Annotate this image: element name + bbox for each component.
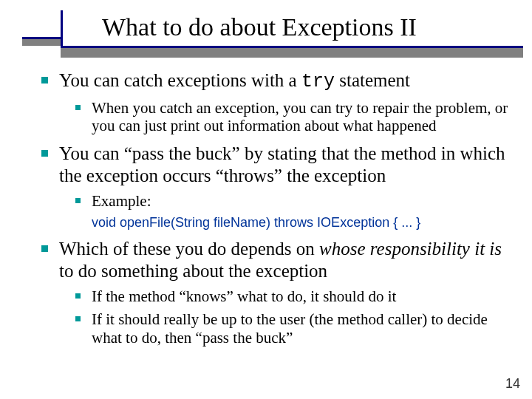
bullet-1-text-post: statement bbox=[335, 70, 410, 90]
bullet-3-text-post: to do something about the exception bbox=[59, 261, 327, 281]
bullet-2-sub-1: Example: bbox=[72, 192, 508, 211]
slide-body: You can catch exceptions with a try stat… bbox=[38, 69, 508, 354]
title-decor-underline bbox=[61, 46, 523, 58]
bullet-1-text-pre: You can catch exceptions with a bbox=[59, 70, 301, 90]
bullet-3: Which of these you do depends on whose r… bbox=[38, 238, 508, 347]
page-number: 14 bbox=[505, 376, 520, 392]
bullet-3-text-pre: Which of these you do depends on bbox=[59, 239, 319, 259]
slide-title: What to do about Exceptions II bbox=[102, 13, 417, 41]
bullet-1-sub-1: When you catch an exception, you can try… bbox=[72, 99, 508, 136]
bullet-3-sub-1: If the method “knows” what to do, it sho… bbox=[72, 287, 508, 306]
title-decor-vertical bbox=[61, 10, 63, 46]
bullet-1-code: try bbox=[301, 71, 335, 92]
bullet-2-code-example: void openFile(String fileName) throws IO… bbox=[92, 215, 508, 231]
title-decor-bar bbox=[22, 37, 61, 46]
bullet-3-sub-2: If it should really be up to the user (t… bbox=[72, 310, 508, 347]
bullet-1: You can catch exceptions with a try stat… bbox=[38, 69, 508, 135]
bullet-3-text-italic: whose responsibility it is bbox=[319, 239, 502, 259]
slide: What to do about Exceptions II You can c… bbox=[0, 0, 532, 399]
bullet-2: You can “pass the buck” by stating that … bbox=[38, 143, 508, 231]
bullet-2-text: You can “pass the buck” by stating that … bbox=[59, 143, 505, 185]
